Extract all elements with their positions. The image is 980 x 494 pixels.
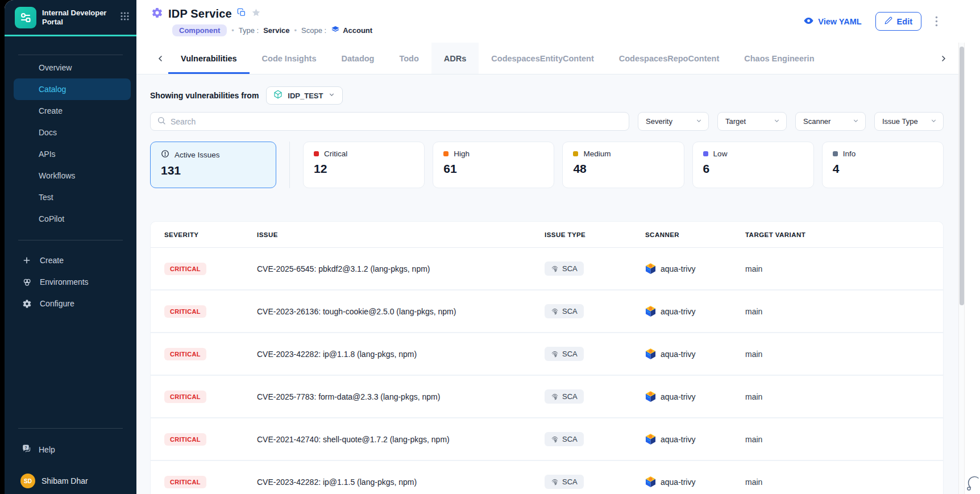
- help-button[interactable]: ? Help: [5, 439, 136, 460]
- scrollbar[interactable]: [958, 43, 965, 494]
- scanner-name: aqua-trivy: [661, 307, 695, 316]
- more-options-icon[interactable]: [935, 16, 938, 27]
- sidebar-item-test[interactable]: Test: [5, 186, 136, 208]
- active-issues-card[interactable]: Active Issues 131: [150, 142, 276, 188]
- trivy-icon: [645, 305, 656, 317]
- chat-doodle-icon[interactable]: [965, 475, 979, 493]
- scanner-cell: aqua-trivy: [645, 348, 745, 360]
- tabs-scroll-right-icon[interactable]: [936, 43, 952, 74]
- sidebar-item-apis[interactable]: APIs: [5, 143, 136, 165]
- info-card[interactable]: Info 4: [822, 142, 944, 188]
- separator-dot: •: [294, 26, 297, 35]
- tab-code-insights[interactable]: Code Insights: [250, 43, 329, 74]
- medium-card[interactable]: Medium 48: [562, 142, 684, 188]
- view-yaml-link[interactable]: View YAML: [803, 15, 861, 28]
- sidebar-footer: ? Help SD Shibam Dhar: [5, 428, 136, 494]
- tabs-scroll-left-icon[interactable]: [152, 43, 168, 74]
- table-row[interactable]: CRITICAL CVE-2023-42282: ip@1.1.5 (lang-…: [151, 461, 943, 494]
- page-title: IDP Service: [168, 7, 232, 20]
- star-icon[interactable]: [251, 8, 261, 20]
- issue-text: CVE-2021-42740: shell-quote@1.7.2 (lang-…: [257, 435, 545, 444]
- chevron-down-icon: [930, 117, 937, 126]
- chevron-down-icon: [695, 117, 703, 126]
- help-chat-icon: ?: [22, 444, 32, 456]
- user-menu[interactable]: SD Shibam Dhar: [5, 468, 136, 494]
- scope-label: Scope :: [301, 26, 326, 35]
- issue-type-label: SCA: [562, 392, 578, 401]
- scanner-filter[interactable]: Scanner: [795, 112, 866, 131]
- sidebar-item-overview[interactable]: Overview: [5, 57, 136, 78]
- card-label: Critical: [324, 150, 347, 158]
- critical-card[interactable]: Critical 12: [303, 142, 425, 188]
- severity-dot: [314, 151, 319, 156]
- tab-todo[interactable]: Todo: [387, 43, 431, 74]
- sca-fingerprint-icon: [551, 393, 559, 401]
- severity-dot: [703, 151, 708, 156]
- issue-text: CVE-2023-42282: ip@1.1.8 (lang-pkgs, npm…: [257, 350, 545, 359]
- issue-type-badge: SCA: [545, 475, 584, 489]
- low-card[interactable]: Low 6: [692, 142, 814, 188]
- high-card[interactable]: High 61: [433, 142, 554, 188]
- scanner-name: aqua-trivy: [661, 264, 695, 273]
- search-input[interactable]: [171, 117, 622, 126]
- sidebar-item-workflows[interactable]: Workflows: [5, 165, 136, 186]
- tab-vulnerabilities[interactable]: Vulnerabilities: [168, 43, 250, 74]
- target-filter[interactable]: Target: [717, 112, 787, 131]
- filter-label: Severity: [646, 117, 672, 126]
- severity-dot: [573, 151, 578, 156]
- tab-codespaces-repo-content[interactable]: CodespacesRepoContent: [607, 43, 732, 74]
- card-label: Low: [713, 150, 728, 158]
- tab-adrs[interactable]: ADRs: [431, 43, 479, 74]
- scanner-cell: aqua-trivy: [645, 391, 745, 402]
- table-row[interactable]: CRITICAL CVE-2023-42282: ip@1.1.8 (lang-…: [151, 333, 943, 376]
- sidebar-item-copilot[interactable]: CoPilot: [5, 208, 136, 230]
- table-row[interactable]: CRITICAL CVE-2025-7783: form-data@2.3.3 …: [151, 376, 943, 418]
- table-row[interactable]: CRITICAL CVE-2023-26136: tough-cookie@2.…: [151, 290, 943, 333]
- target-variant: main: [745, 392, 943, 401]
- issue-type-label: SCA: [562, 478, 578, 486]
- sidebar-action-configure[interactable]: Configure: [5, 293, 136, 314]
- sidebar-actions: Create Environments Configure: [5, 250, 136, 314]
- sidebar-item-create[interactable]: Create: [5, 100, 136, 122]
- help-label: Help: [39, 445, 55, 454]
- scanner-cell: aqua-trivy: [645, 476, 745, 488]
- filter-label: Issue Type: [882, 117, 918, 126]
- card-value: 12: [314, 162, 414, 176]
- scrollbar-thumb[interactable]: [960, 47, 964, 305]
- apps-grid-icon[interactable]: [120, 11, 130, 23]
- target-variant: main: [745, 307, 943, 316]
- sidebar-nav: Overview Catalog Create Docs APIs Workfl…: [5, 57, 136, 230]
- column-severity: SEVERITY: [164, 231, 257, 238]
- cube-icon: [273, 90, 283, 101]
- pencil-icon: [885, 16, 892, 26]
- severity-filter[interactable]: Severity: [638, 112, 709, 131]
- tab-chaos-engineering[interactable]: Chaos Engineerin: [732, 43, 827, 74]
- severity-badge: CRITICAL: [164, 305, 206, 318]
- sidebar-action-environments[interactable]: Environments: [5, 271, 136, 293]
- sidebar-item-docs[interactable]: Docs: [5, 122, 136, 143]
- column-issue-type: ISSUE TYPE: [545, 231, 645, 238]
- edit-button[interactable]: Edit: [875, 12, 921, 31]
- issue-type-badge: SCA: [545, 261, 584, 276]
- column-issue: ISSUE: [257, 231, 545, 238]
- avatar: SD: [20, 474, 35, 488]
- right-gutter: [965, 43, 980, 494]
- copy-icon[interactable]: [237, 8, 246, 19]
- issue-text: CVE-2023-42282: ip@1.1.5 (lang-pkgs, npm…: [257, 478, 545, 487]
- table-header-row: SEVERITY ISSUE ISSUE TYPE SCANNER TARGET…: [151, 222, 943, 248]
- severity-badge: CRITICAL: [164, 348, 206, 360]
- card-label: Info: [843, 150, 856, 158]
- action-label: Configure: [40, 299, 74, 308]
- tab-codespaces-entity-content[interactable]: CodespacesEntityContent: [479, 43, 606, 74]
- sidebar-item-catalog[interactable]: Catalog: [14, 78, 131, 100]
- issue-type-filter[interactable]: Issue Type: [874, 112, 944, 131]
- tab-datadog[interactable]: Datadog: [329, 43, 387, 74]
- sidebar-action-create[interactable]: Create: [5, 250, 136, 271]
- table-row[interactable]: CRITICAL CVE-2021-42740: shell-quote@1.7…: [151, 418, 943, 461]
- action-label: Create: [40, 256, 64, 265]
- project-selector[interactable]: IDP_TEST: [266, 86, 343, 105]
- issue-text: CVE-2023-26136: tough-cookie@2.5.0 (lang…: [257, 307, 545, 316]
- sidebar-divider: [18, 240, 123, 240]
- sca-fingerprint-icon: [551, 308, 559, 316]
- table-row[interactable]: CRITICAL CVE-2025-6545: pbkdf2@3.1.2 (la…: [151, 248, 943, 290]
